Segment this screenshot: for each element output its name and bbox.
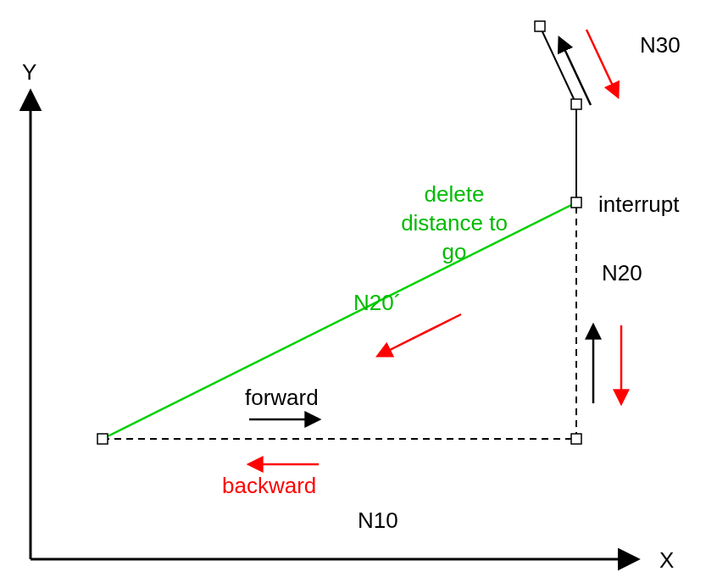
label-forward: forward [245, 385, 319, 410]
path-n20-prime [103, 202, 576, 439]
node-corner [571, 434, 581, 444]
arrow-n30-up [559, 38, 591, 105]
label-delete-1: delete [425, 181, 485, 207]
path-n30 [540, 26, 576, 104]
arrow-n20prime-back [378, 314, 461, 356]
label-n30: N30 [640, 32, 681, 58]
label-backward: backward [222, 473, 316, 498]
label-interrupt: interrupt [598, 191, 680, 217]
x-axis-label: X [659, 547, 674, 573]
label-n10: N10 [358, 508, 398, 533]
label-delete-3: go [442, 239, 467, 264]
node-n30-base [571, 99, 581, 109]
label-n20: N20 [602, 260, 642, 286]
arrow-n30-down [586, 30, 618, 97]
label-n20-prime: N20´ [353, 290, 401, 315]
node-interrupt [571, 197, 581, 208]
y-axis-label: Y [22, 59, 36, 85]
node-n30-tip [535, 21, 545, 31]
node-n10-start [97, 434, 108, 444]
label-delete-2: distance to [401, 210, 508, 236]
